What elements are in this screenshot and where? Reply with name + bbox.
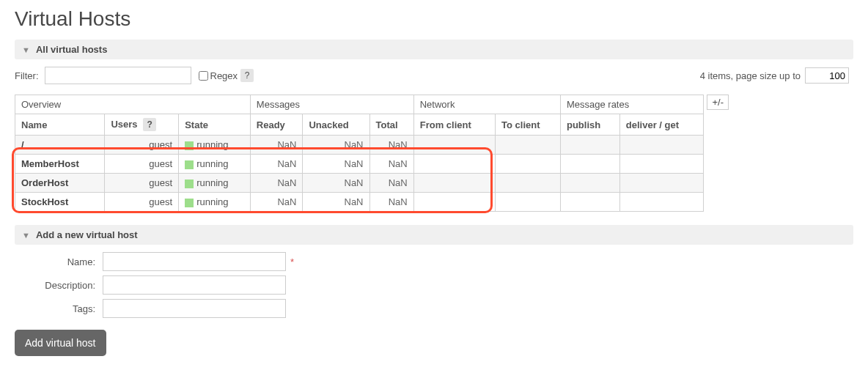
- chevron-down-icon: ▼: [22, 45, 30, 54]
- vhost-users: guest: [105, 174, 179, 193]
- vhost-publish: [560, 193, 619, 212]
- vhost-state: running: [179, 174, 251, 193]
- col-from-client[interactable]: From client: [413, 114, 495, 136]
- vhost-unacked: NaN: [303, 193, 369, 212]
- vhost-from-client: [413, 174, 495, 193]
- mandatory-marker: *: [290, 256, 294, 267]
- columns-toggle-button[interactable]: +/-: [707, 95, 729, 110]
- pagination-text: 4 items, page size up to: [700, 70, 801, 81]
- col-name[interactable]: Name: [15, 114, 105, 136]
- col-group-overview: Overview: [15, 95, 251, 114]
- vhost-deliver: [619, 155, 703, 174]
- table-row: /guestrunningNaNNaNNaN: [15, 136, 704, 155]
- section-all-hosts[interactable]: ▼ All virtual hosts: [15, 40, 853, 59]
- vhost-name-link[interactable]: StockHost: [15, 193, 105, 212]
- state-running-icon: [185, 141, 194, 150]
- vhost-total: NaN: [369, 174, 413, 193]
- vhost-publish: [560, 136, 619, 155]
- section-add-host-label: Add a new virtual host: [36, 229, 138, 240]
- filter-input[interactable]: [45, 67, 191, 84]
- vhost-unacked: NaN: [303, 174, 369, 193]
- vhost-users: guest: [105, 155, 179, 174]
- vhost-unacked: NaN: [303, 155, 369, 174]
- vhost-to-client: [496, 174, 561, 193]
- state-running-icon: [185, 180, 194, 188]
- vhost-state: running: [179, 155, 251, 174]
- vhost-name-link[interactable]: MemberHost: [15, 155, 105, 174]
- col-publish[interactable]: publish: [560, 114, 619, 136]
- col-group-network: Network: [413, 95, 560, 114]
- col-deliver[interactable]: deliver / get: [619, 114, 703, 136]
- table-row: StockHostguestrunningNaNNaNNaN: [15, 193, 704, 212]
- col-to-client[interactable]: To client: [496, 114, 561, 136]
- vhost-deliver: [619, 193, 703, 212]
- vhost-from-client: [413, 136, 495, 155]
- vhost-total: NaN: [369, 155, 413, 174]
- regex-label: Regex: [210, 70, 238, 81]
- col-unacked[interactable]: Unacked: [303, 114, 369, 136]
- vhost-users: guest: [105, 136, 179, 155]
- vhost-to-client: [496, 193, 561, 212]
- vhost-ready: NaN: [250, 136, 303, 155]
- section-all-hosts-label: All virtual hosts: [36, 44, 108, 55]
- form-name-label: Name:: [15, 256, 95, 267]
- col-ready[interactable]: Ready: [250, 114, 303, 136]
- col-users-label: Users: [111, 119, 137, 130]
- col-group-rates: Message rates: [560, 95, 703, 114]
- vhost-name-input[interactable]: [103, 252, 286, 271]
- page-size-input[interactable]: [805, 67, 849, 84]
- vhost-ready: NaN: [250, 155, 303, 174]
- vhost-deliver: [619, 174, 703, 193]
- vhost-unacked: NaN: [303, 136, 369, 155]
- table-row: MemberHostguestrunningNaNNaNNaN: [15, 155, 704, 174]
- col-users[interactable]: Users ?: [105, 114, 179, 136]
- vhost-tags-input[interactable]: [103, 299, 286, 318]
- vhost-publish: [560, 174, 619, 193]
- vhost-name-link[interactable]: OrderHost: [15, 174, 105, 193]
- vhost-users: guest: [105, 193, 179, 212]
- regex-checkbox[interactable]: [199, 71, 208, 81]
- state-running-icon: [185, 199, 194, 207]
- vhost-from-client: [413, 193, 495, 212]
- vhost-state: running: [179, 136, 251, 155]
- chevron-down-icon: ▼: [22, 231, 30, 240]
- vhost-to-client: [496, 155, 561, 174]
- table-row: OrderHostguestrunningNaNNaNNaN: [15, 174, 704, 193]
- form-tags-label: Tags:: [15, 303, 95, 314]
- vhost-from-client: [413, 155, 495, 174]
- col-total[interactable]: Total: [369, 114, 413, 136]
- filter-label: Filter:: [15, 70, 39, 81]
- vhost-ready: NaN: [250, 174, 303, 193]
- vhost-publish: [560, 155, 619, 174]
- vhosts-table: Overview Messages Network Message rates …: [15, 95, 704, 212]
- vhost-deliver: [619, 136, 703, 155]
- vhost-ready: NaN: [250, 193, 303, 212]
- form-desc-label: Description:: [15, 280, 95, 291]
- add-vhost-button[interactable]: Add virtual host: [15, 330, 106, 356]
- vhost-to-client: [496, 136, 561, 155]
- vhost-total: NaN: [369, 193, 413, 212]
- page-title: Virtual Hosts: [15, 7, 853, 31]
- section-add-host[interactable]: ▼ Add a new virtual host: [15, 225, 853, 245]
- help-icon[interactable]: ?: [240, 69, 254, 82]
- vhost-total: NaN: [369, 136, 413, 155]
- state-running-icon: [185, 160, 194, 169]
- help-icon[interactable]: ?: [143, 118, 156, 131]
- vhost-desc-input[interactable]: [103, 275, 286, 295]
- vhost-state: running: [179, 193, 251, 212]
- col-state[interactable]: State: [179, 114, 251, 136]
- vhost-name-link[interactable]: /: [15, 136, 105, 155]
- col-group-messages: Messages: [250, 95, 413, 114]
